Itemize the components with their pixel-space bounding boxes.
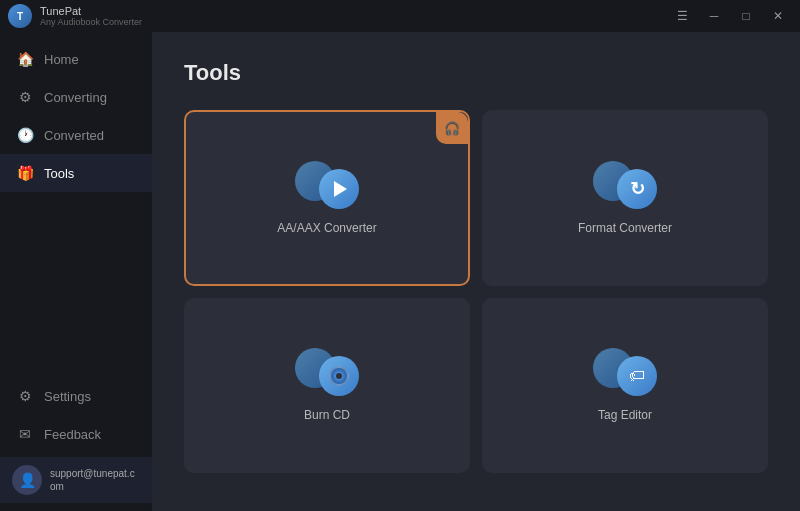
format-converter-icon-wrapper: ↻ xyxy=(593,161,657,209)
close-button[interactable]: ✕ xyxy=(764,6,792,26)
format-converter-label: Format Converter xyxy=(578,221,672,235)
tag-editor-label: Tag Editor xyxy=(598,408,652,422)
window-controls: ☰ ─ □ ✕ xyxy=(668,6,792,26)
icon-circle-front xyxy=(319,169,359,209)
icon-circle-front4: 🏷 xyxy=(617,356,657,396)
tool-card-format-converter[interactable]: ↻ Format Converter xyxy=(482,110,768,286)
refresh-icon: ↻ xyxy=(630,178,645,200)
sidebar: 🏠 Home ⚙ Converting 🕐 Converted 🎁 Tools … xyxy=(0,32,152,511)
converting-icon: ⚙ xyxy=(16,88,34,106)
page-title: Tools xyxy=(184,60,768,86)
feedback-icon: ✉ xyxy=(16,425,34,443)
tool-card-aa-aax-converter[interactable]: 🎧 AA/AAX Converter xyxy=(184,110,470,286)
tag-icon: 🏷 xyxy=(629,367,645,385)
icon-circle-front3 xyxy=(319,356,359,396)
titlebar: T TunePat Any Audiobook Converter ☰ ─ □ … xyxy=(0,0,800,32)
cd-icon xyxy=(329,366,349,386)
sidebar-item-home[interactable]: 🏠 Home xyxy=(0,40,152,78)
aa-aax-icon-wrapper xyxy=(295,161,359,209)
user-bar[interactable]: 👤 support@tunepat.com xyxy=(0,457,152,503)
icon-circle-front2: ↻ xyxy=(617,169,657,209)
tool-card-tag-editor[interactable]: 🏷 Tag Editor xyxy=(482,298,768,474)
tag-editor-icon-wrapper: 🏷 xyxy=(593,348,657,396)
app-subtitle: Any Audiobook Converter xyxy=(40,17,142,27)
app-name: TunePat xyxy=(40,5,142,17)
cd-inner xyxy=(336,373,342,379)
sidebar-bottom: ⚙ Settings ✉ Feedback 👤 support@tunepat.… xyxy=(0,377,152,511)
avatar-icon: 👤 xyxy=(19,472,36,488)
play-icon xyxy=(334,181,347,197)
app-info: TunePat Any Audiobook Converter xyxy=(40,5,142,27)
sidebar-item-settings[interactable]: ⚙ Settings xyxy=(0,377,152,415)
menu-button[interactable]: ☰ xyxy=(668,6,696,26)
burn-cd-icon-wrapper xyxy=(295,348,359,396)
burn-cd-label: Burn CD xyxy=(304,408,350,422)
badge-icon: 🎧 xyxy=(444,121,460,136)
sidebar-item-converting-label: Converting xyxy=(44,90,107,105)
converted-icon: 🕐 xyxy=(16,126,34,144)
app-logo: T xyxy=(8,4,32,28)
sidebar-item-home-label: Home xyxy=(44,52,79,67)
sidebar-item-converted-label: Converted xyxy=(44,128,104,143)
avatar: 👤 xyxy=(12,465,42,495)
sidebar-item-feedback[interactable]: ✉ Feedback xyxy=(0,415,152,453)
sidebar-item-settings-label: Settings xyxy=(44,389,91,404)
sidebar-item-converted[interactable]: 🕐 Converted xyxy=(0,116,152,154)
sidebar-item-converting[interactable]: ⚙ Converting xyxy=(0,78,152,116)
titlebar-left: T TunePat Any Audiobook Converter xyxy=(8,4,142,28)
sidebar-item-tools[interactable]: 🎁 Tools xyxy=(0,154,152,192)
tools-icon: 🎁 xyxy=(16,164,34,182)
sidebar-item-feedback-label: Feedback xyxy=(44,427,101,442)
tool-badge-aa-aax: 🎧 xyxy=(436,112,468,144)
sidebar-item-tools-label: Tools xyxy=(44,166,74,181)
minimize-button[interactable]: ─ xyxy=(700,6,728,26)
main-content: Tools 🎧 AA/AAX Converter ↻ Form xyxy=(152,32,800,511)
home-icon: 🏠 xyxy=(16,50,34,68)
restore-button[interactable]: □ xyxy=(732,6,760,26)
tool-card-burn-cd[interactable]: Burn CD xyxy=(184,298,470,474)
aa-aax-label: AA/AAX Converter xyxy=(277,221,376,235)
tools-grid: 🎧 AA/AAX Converter ↻ Format Converter xyxy=(184,110,768,473)
user-email: support@tunepat.com xyxy=(50,467,140,493)
settings-icon: ⚙ xyxy=(16,387,34,405)
